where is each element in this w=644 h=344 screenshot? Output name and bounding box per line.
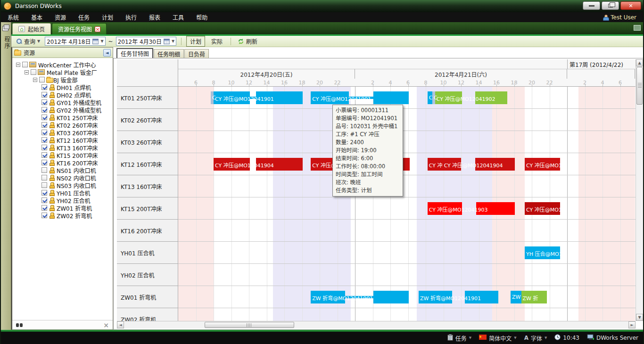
task-bar[interactable]: ZW 折弯@MO12041901 [419,291,498,303]
scroll-left-icon[interactable]: ◄ [117,321,124,328]
task-bar[interactable]: CY 冲压@MO1 [525,158,560,171]
tree-checkbox[interactable] [22,62,28,67]
tree-item[interactable]: ZW02 折弯机 [12,212,113,219]
tree-checkbox[interactable] [41,107,47,113]
tree-item[interactable]: NS03 内收口机 [12,181,113,189]
tree-item[interactable]: DH02 点焊机 [12,91,113,98]
menu-item-3[interactable]: 任务 [78,13,90,21]
tree-checkbox[interactable] [41,115,47,120]
menu-item-0[interactable]: 系统 [8,13,19,21]
tree-checkbox[interactable] [41,99,47,105]
status-item-0[interactable]: 任务▼ [447,334,471,342]
tab-close-icon[interactable]: × [95,26,100,32]
tree-item[interactable]: YH01 压合机 [12,189,113,197]
menu-item-2[interactable]: 资源 [55,13,66,21]
scroll-right-icon[interactable]: ► [628,321,636,328]
find-icon[interactable] [16,323,23,328]
view-tab-0[interactable]: 任务甘特图 [116,48,153,58]
user-indicator[interactable]: Test User [603,12,636,22]
task-bar[interactable]: C [428,91,432,104]
tree-checkbox[interactable] [41,92,47,98]
tree-checkbox[interactable] [41,160,47,165]
tree-item[interactable]: BJ 钣金部 [12,76,113,83]
tree-item[interactable]: KT13 160T冲床 [12,144,113,151]
tree-checkbox[interactable] [41,197,47,203]
program-side-strip[interactable]: 程序 [1,22,11,330]
menu-item-1[interactable]: 基本 [31,13,42,21]
collapse-panel-button[interactable]: ◄ [103,49,111,57]
tree-checkbox[interactable] [41,137,47,143]
task-bar[interactable]: CY 冲压@MO12041904 [214,158,303,171]
tree-checkbox[interactable] [41,152,47,158]
minimize-button[interactable] [583,1,600,10]
tree-checkbox[interactable] [41,84,47,90]
horizontal-scrollbar[interactable]: ◄ ► [117,321,636,328]
refresh-button[interactable]: 刷新 [236,37,259,46]
tree-item[interactable]: GY01 外桶成型机 [12,98,113,106]
tree-item[interactable]: NS02 内收口机 [12,174,113,181]
tree-expander-icon[interactable] [16,63,20,67]
tree-item[interactable]: WorkCenter 工作中心 [12,61,113,68]
tree-checkbox[interactable] [41,190,47,196]
tree-item[interactable]: KT12 160T冲床 [12,136,113,144]
date-from-picker[interactable]: 2012年 4月18日 ▼ [45,37,105,46]
task-bar[interactable]: ZW 折 [521,291,547,303]
tree-checkbox[interactable] [31,69,36,75]
tree-item[interactable]: ZW01 折弯机 [12,204,113,212]
horizontal-scroll-thumb[interactable] [205,322,294,328]
view-tab-1[interactable]: 任务明细 [154,49,184,58]
scroll-up-icon[interactable]: ▲ [636,59,643,66]
tree-item[interactable]: KT02 260T冲床 [12,121,113,129]
clear-icon[interactable]: × [103,323,109,328]
vertical-scroll-thumb[interactable] [636,67,643,105]
query-button[interactable]: 查询 ▼ [14,37,42,46]
tree-checkbox[interactable] [39,77,45,82]
task-bar[interactable]: CY 冲压@MO12041901 [311,91,409,104]
task-bar[interactable]: CY 冲压@MO12041903 [428,202,515,215]
menu-item-5[interactable]: 执行 [125,13,137,21]
tree-item[interactable]: Metal Plate 钣金厂 [12,68,113,76]
menu-item-7[interactable]: 工具 [173,13,184,21]
task-bar[interactable]: ZW 折弯@MO12041901 [311,291,409,303]
restore-button[interactable] [602,1,619,10]
tree-checkbox[interactable] [41,130,47,135]
tree-checkbox[interactable] [41,167,47,173]
task-bar[interactable]: CY 冲压@MO12041902 [435,91,507,104]
tree-checkbox[interactable] [41,145,47,150]
tree-item[interactable]: GY02 外桶成型机 [12,106,113,114]
task-bar[interactable]: CY 冲压@MO1 [525,202,560,215]
date-to-picker[interactable]: 2012年 4月30日 ▼ [116,37,176,46]
tree-checkbox[interactable] [41,182,47,188]
tree-expander-icon[interactable] [33,78,37,82]
task-bar[interactable]: CY 冲压@MO12041904 [443,158,515,171]
tree-checkbox[interactable] [41,205,47,211]
tree-item[interactable]: YH02 压合机 [12,197,113,204]
tab-home[interactable]: ⌂ 起始页 [12,23,51,34]
status-item-1[interactable]: 简体中文▼ [479,334,516,342]
tree-item[interactable]: KT03 260T冲床 [12,129,113,136]
plan-toggle-button[interactable]: 计划 [186,36,205,47]
tree-checkbox[interactable] [41,122,47,128]
menu-item-4[interactable]: 计划 [102,13,113,21]
status-item-3[interactable]: 10:43 [554,334,579,342]
tree-checkbox[interactable] [41,175,47,180]
tree-item[interactable]: NS01 内收口机 [12,166,113,174]
tree-expander-icon[interactable] [25,70,29,74]
task-bar[interactable]: CY 冲压@MO12041901 [214,91,303,104]
menu-item-8[interactable]: 帮助 [196,13,207,21]
task-bar[interactable]: ZW [511,291,521,303]
tree-checkbox[interactable] [41,213,47,218]
vertical-scrollbar[interactable]: ▲ ▼ [636,59,643,321]
task-bar[interactable]: CY 冲 [428,158,443,171]
actual-toggle-button[interactable]: 实际 [208,36,226,46]
tree-item[interactable]: DH01 点焊机 [12,83,113,91]
status-item-4[interactable]: DWorks Server [587,334,638,342]
tree-item[interactable]: KT15 200T冲床 [12,151,113,159]
task-bar[interactable]: YH 压合@MO1 [525,246,560,259]
tree-item[interactable]: KT01 250T冲床 [12,114,113,121]
window-list-icon[interactable] [634,25,641,31]
close-button[interactable]: ✕ [620,1,641,10]
view-tab-2[interactable]: 日负荷 [184,49,209,58]
scroll-down-icon[interactable]: ▼ [636,314,643,321]
tab-resource-task-view[interactable]: 资源任务视图 × [52,23,107,34]
